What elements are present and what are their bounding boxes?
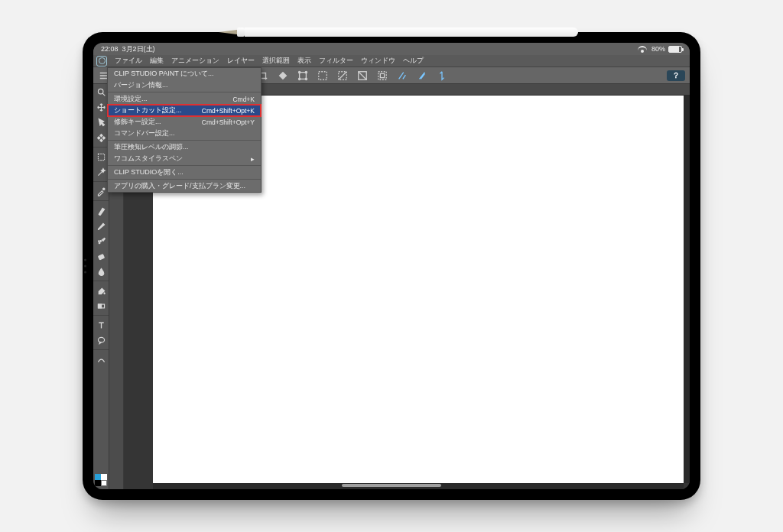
menu-separator xyxy=(108,140,261,141)
deselect-icon[interactable] xyxy=(336,70,349,82)
color-swatch[interactable] xyxy=(95,474,107,486)
svg-point-19 xyxy=(99,242,100,244)
menu-bar: ファイル 編集 アニメーション レイヤー 選択範囲 表示 フィルター ウィンドウ… xyxy=(93,55,690,67)
menu-preferences[interactable]: 環境設定...Cmd+K xyxy=(108,93,261,105)
gradient-tool-icon[interactable] xyxy=(95,300,107,312)
battery-icon xyxy=(668,46,682,53)
transform-icon[interactable] xyxy=(297,70,309,82)
pencil-body xyxy=(245,28,578,37)
ruler-snap-icon[interactable] xyxy=(396,70,408,82)
grid-snap-icon[interactable] xyxy=(436,70,448,82)
menu-modifier-settings[interactable]: 修飾キー設定...Cmd+Shift+Opt+Y xyxy=(108,116,261,128)
help-button[interactable]: ？ xyxy=(667,70,685,81)
svg-point-10 xyxy=(305,78,307,79)
menu-version[interactable]: バージョン情報... xyxy=(108,79,261,91)
svg-point-20 xyxy=(99,240,101,242)
menu-filter[interactable]: フィルター xyxy=(319,56,353,66)
operation-tool-icon[interactable] xyxy=(95,116,107,128)
scrollbar-vertical[interactable] xyxy=(684,96,690,483)
move-tool-icon[interactable] xyxy=(95,101,107,113)
menu-layer[interactable]: レイヤー xyxy=(227,56,255,66)
status-time: 22:08 xyxy=(101,45,119,53)
submenu-arrow-icon: ▸ xyxy=(251,155,255,163)
svg-rect-24 xyxy=(98,304,101,308)
menu-window[interactable]: ウィンドウ xyxy=(361,56,395,66)
shrink-icon[interactable] xyxy=(376,70,388,82)
wand-tool-icon[interactable] xyxy=(95,166,107,178)
move-layer-tool-icon[interactable] xyxy=(95,131,107,144)
ruler-icon[interactable] xyxy=(416,70,428,82)
eraser-tool-icon[interactable] xyxy=(95,250,107,262)
pencil-tip xyxy=(219,30,237,34)
svg-rect-6 xyxy=(300,72,307,79)
menu-open-clipstudio[interactable]: CLIP STUDIOを開く... xyxy=(108,167,261,178)
pencil-band xyxy=(237,28,245,37)
svg-rect-11 xyxy=(319,71,327,79)
wifi-icon xyxy=(638,46,647,53)
svg-point-16 xyxy=(98,89,103,94)
menu-edit[interactable]: 編集 xyxy=(150,56,164,66)
ipad-frame: 22:08 3月2日(土) 80% ファイル 編集 アニメーション レイヤー 選… xyxy=(83,32,700,500)
menu-commandbar-settings[interactable]: コマンドバー設定... xyxy=(108,128,261,139)
menu-animation[interactable]: アニメーション xyxy=(171,56,219,66)
svg-rect-15 xyxy=(380,73,384,77)
svg-point-25 xyxy=(98,337,104,342)
home-indicator[interactable] xyxy=(342,484,441,487)
tool-palette xyxy=(93,84,109,489)
app-logo-icon[interactable] xyxy=(96,56,107,66)
pen-tool-icon[interactable] xyxy=(95,204,107,216)
menu-wacom-stylus[interactable]: ワコムスタイラスペン▸ xyxy=(108,153,261,164)
camera-module xyxy=(84,259,86,274)
menu-separator xyxy=(108,92,261,92)
balloon-tool-icon[interactable] xyxy=(95,334,107,346)
fill-icon[interactable] xyxy=(277,70,289,82)
menu-separator xyxy=(108,179,261,180)
fill-tool-icon[interactable] xyxy=(95,284,107,297)
status-bar: 22:08 3月2日(土) 80% xyxy=(93,43,690,55)
svg-point-21 xyxy=(98,240,99,241)
airbrush-tool-icon[interactable] xyxy=(95,235,107,247)
text-tool-icon[interactable] xyxy=(95,319,107,331)
menu-pressure-settings[interactable]: 筆圧検知レベルの調節... xyxy=(108,141,261,153)
blend-tool-icon[interactable] xyxy=(95,265,107,277)
svg-rect-14 xyxy=(379,71,387,79)
zoom-tool-icon[interactable] xyxy=(95,86,107,98)
svg-rect-22 xyxy=(98,254,104,259)
menu-about[interactable]: CLIP STUDIO PAINT について... xyxy=(108,68,261,79)
battery-percent: 80% xyxy=(651,45,665,53)
screen: 22:08 3月2日(土) 80% ファイル 編集 アニメーション レイヤー 選… xyxy=(93,43,690,489)
eyedropper-tool-icon[interactable] xyxy=(95,185,107,197)
menu-file[interactable]: ファイル xyxy=(115,56,142,66)
svg-point-7 xyxy=(298,71,300,73)
brush-tool-icon[interactable] xyxy=(95,219,107,232)
invert-icon[interactable] xyxy=(356,70,369,82)
svg-rect-17 xyxy=(98,154,104,160)
menu-separator xyxy=(108,165,261,166)
menu-view[interactable]: 表示 xyxy=(297,56,311,66)
marquee-tool-icon[interactable] xyxy=(95,151,107,163)
menu-shortcut-settings[interactable]: ショートカット設定...Cmd+Shift+Opt+K xyxy=(108,105,261,116)
menu-purchase[interactable]: アプリの購入・グレード/支払プラン変更... xyxy=(108,180,261,192)
menu-selection[interactable]: 選択範囲 xyxy=(262,56,290,66)
svg-point-9 xyxy=(298,78,300,79)
menu-help[interactable]: ヘルプ xyxy=(403,56,424,66)
select-all-icon[interactable] xyxy=(317,70,329,82)
correction-tool-icon[interactable] xyxy=(95,353,107,365)
status-date: 3月2日(土) xyxy=(122,44,155,54)
svg-point-18 xyxy=(102,188,104,190)
app-menu-dropdown: CLIP STUDIO PAINT について... バージョン情報... 環境設… xyxy=(107,67,262,193)
svg-point-8 xyxy=(305,71,307,73)
apple-pencil xyxy=(219,24,578,40)
